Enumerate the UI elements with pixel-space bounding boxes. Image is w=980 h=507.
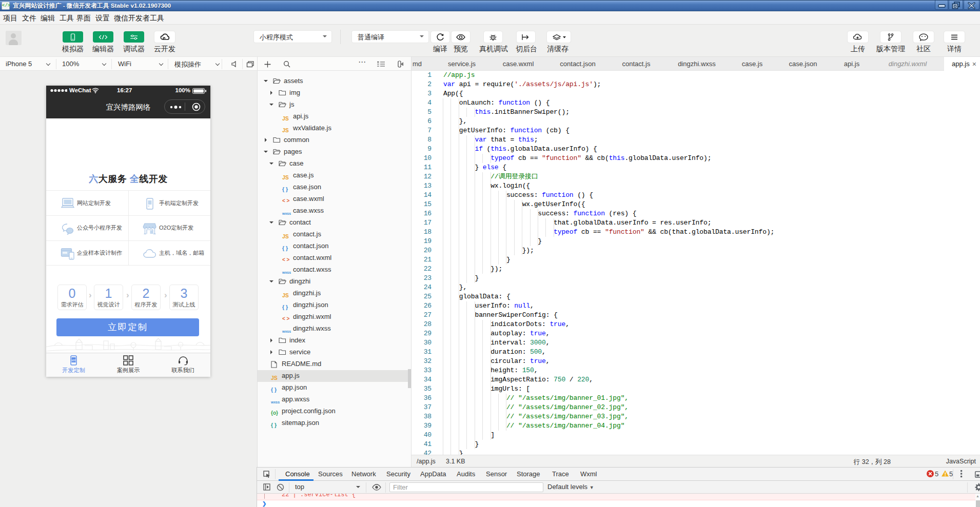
svg-text:APP: APP bbox=[71, 359, 76, 362]
